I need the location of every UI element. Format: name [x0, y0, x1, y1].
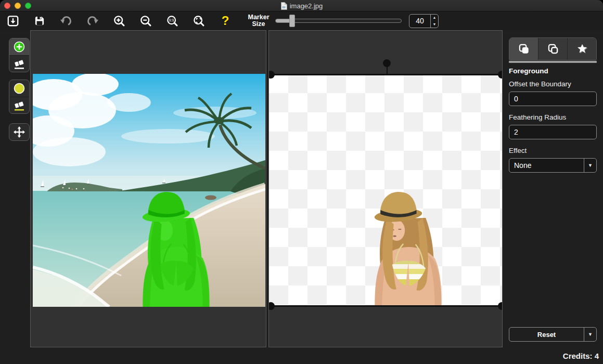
erase-background-marker-button[interactable]	[9, 97, 29, 113]
zoom-out-icon	[139, 14, 152, 28]
offset-boundary-spinbox: ▲ ▼	[509, 92, 597, 106]
yellow-circle-icon	[13, 82, 25, 95]
marker-size-label: Marker Size	[245, 14, 272, 28]
subject-green-overlay	[133, 189, 219, 307]
foreground-tab[interactable]	[509, 38, 538, 60]
marker-size-input[interactable]	[409, 15, 430, 28]
offset-boundary-label: Offset the Boundary	[509, 80, 571, 88]
add-foreground-marker-button[interactable]	[9, 38, 29, 55]
crop-boundary-top[interactable]	[269, 74, 502, 75]
main-toolbar: 1:1 ? Marker Size ▲ ▼	[0, 11, 603, 30]
source-image[interactable]	[33, 74, 265, 307]
background-marker-group	[9, 80, 30, 114]
content-area: Foreground Offset the Boundary ▲ ▼ Feath…	[0, 30, 603, 364]
reset-label: Reset	[509, 328, 584, 341]
actual-size-button[interactable]: 1:1	[161, 12, 183, 29]
chevron-down-icon[interactable]: ▼	[584, 159, 596, 172]
zoom-out-button[interactable]	[135, 12, 157, 29]
help-icon: ?	[222, 14, 229, 28]
feathering-radius-spinbox: ▲ ▼	[509, 125, 597, 139]
document-icon	[280, 2, 287, 10]
fit-screen-button[interactable]	[188, 12, 210, 29]
credits-label: Credits: 4	[563, 352, 599, 360]
crop-handle-bottom-right[interactable]	[498, 302, 503, 310]
redo-icon	[86, 14, 99, 28]
import-button[interactable]	[2, 12, 24, 29]
effect-label: Effect	[509, 147, 527, 154]
foreground-layers-icon	[517, 42, 531, 56]
feathering-radius-label: Feathering Radius	[509, 113, 566, 121]
eraser-white-icon	[13, 58, 25, 70]
feathering-radius-input[interactable]	[509, 125, 597, 139]
redo-button[interactable]	[82, 12, 104, 29]
crop-handle-top-center[interactable]	[383, 59, 391, 67]
add-background-marker-button[interactable]	[9, 80, 29, 97]
marker-size-slider[interactable]	[275, 15, 402, 27]
stepper-down-icon[interactable]: ▼	[431, 21, 438, 28]
undo-button[interactable]	[55, 12, 77, 29]
crop-boundary-bottom[interactable]	[269, 305, 502, 307]
zoom-in-icon	[112, 14, 126, 28]
effects-tab[interactable]	[567, 38, 596, 60]
chevron-down-icon[interactable]: ▼	[584, 328, 596, 341]
app-window: image2.jpg	[0, 0, 603, 364]
zoom-in-button[interactable]	[108, 12, 130, 29]
background-tab[interactable]	[538, 38, 567, 60]
tabs-underline	[509, 61, 597, 63]
background-layers-icon	[546, 42, 560, 56]
green-plus-icon	[13, 41, 25, 53]
foreground-marker-group	[9, 38, 30, 72]
slider-thumb[interactable]	[289, 15, 295, 27]
star-icon	[575, 42, 589, 56]
fit-screen-icon	[192, 14, 206, 28]
undo-icon	[59, 14, 73, 28]
window-title: image2.jpg	[0, 0, 603, 11]
properties-tabs	[509, 37, 597, 60]
erase-foreground-marker-button[interactable]	[9, 55, 29, 72]
effect-value: None	[509, 159, 584, 172]
actual-size-icon: 1:1	[165, 14, 179, 28]
effect-dropdown[interactable]: None ▼	[509, 158, 597, 173]
save-icon	[33, 14, 46, 28]
result-image[interactable]	[269, 74, 502, 307]
crop-handle-bottom-left[interactable]	[268, 302, 275, 310]
save-button[interactable]	[29, 12, 50, 29]
subject-cutout	[365, 189, 451, 307]
import-icon	[6, 14, 20, 28]
help-button[interactable]: ?	[214, 12, 236, 29]
reset-button[interactable]: Reset ▼	[509, 327, 597, 342]
move-tool-button[interactable]	[9, 124, 29, 140]
move-tool-group	[9, 123, 30, 141]
properties-panel: Foreground Offset the Boundary ▲ ▼ Feath…	[503, 30, 603, 364]
crop-handle-top-right[interactable]	[498, 71, 503, 79]
source-canvas-panel	[30, 30, 266, 347]
window-title-text: image2.jpg	[290, 2, 323, 10]
move-arrows-icon	[13, 126, 25, 138]
eraser-yellow-icon	[13, 99, 25, 112]
marker-size-stepper: ▲ ▼	[409, 14, 439, 28]
svg-text:1:1: 1:1	[169, 18, 174, 22]
offset-boundary-input[interactable]	[509, 92, 597, 106]
titlebar: image2.jpg	[0, 0, 603, 11]
section-title: Foreground	[509, 67, 548, 75]
result-canvas-panel	[268, 30, 503, 347]
stepper-up-icon[interactable]: ▲	[431, 15, 438, 21]
